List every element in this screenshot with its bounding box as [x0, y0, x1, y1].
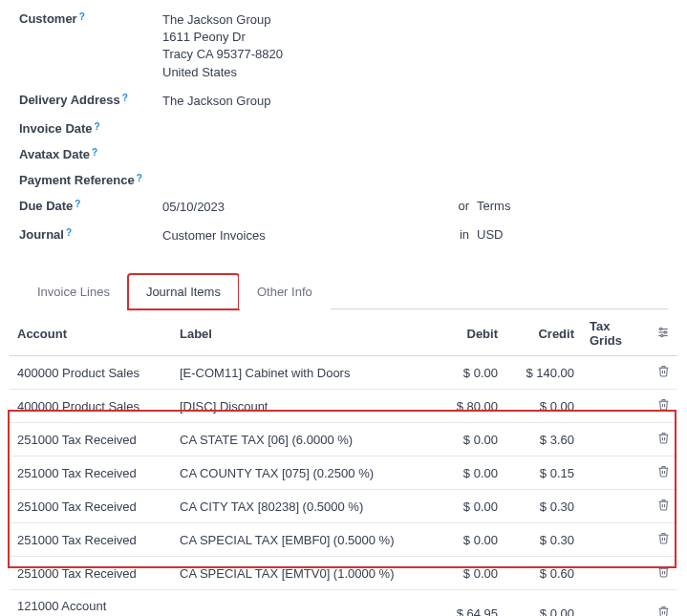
cell-debit[interactable]: $ 0.00 — [429, 356, 505, 390]
svg-point-5 — [661, 334, 663, 336]
table-row[interactable]: 121000 Account Receivable $ 64.95 $ 0.00 — [10, 590, 677, 616]
cell-debit[interactable]: $ 80.00 — [429, 390, 505, 423]
cell-tax-grids[interactable] — [582, 457, 649, 490]
cell-label[interactable]: CA STATE TAX [06] (6.0000 %) — [172, 423, 429, 457]
due-date-label: Due Date? — [19, 199, 162, 216]
cell-debit[interactable]: $ 0.00 — [429, 457, 505, 490]
customer-name: The Jackson Group — [162, 11, 283, 29]
cell-credit[interactable]: $ 0.30 — [505, 523, 582, 557]
table-row[interactable]: 400000 Product Sales [DISC] Discount $ 8… — [10, 390, 677, 423]
trash-icon[interactable] — [657, 465, 670, 478]
delivery-label: Delivery Address? — [19, 93, 162, 107]
cell-label[interactable]: CA SPECIAL TAX [EMBF0] (0.5000 %) — [172, 523, 429, 557]
settings-icon[interactable] — [656, 326, 670, 339]
row-payment-reference: Payment Reference? — [19, 167, 668, 193]
due-date-value[interactable]: 05/10/2023 — [162, 199, 225, 216]
cell-account[interactable]: 400000 Product Sales — [10, 356, 172, 390]
cell-debit[interactable]: $ 0.00 — [429, 490, 505, 523]
delivery-value[interactable]: The Jackson Group — [162, 93, 270, 110]
cell-credit[interactable]: $ 140.00 — [505, 356, 582, 390]
table-row[interactable]: 251000 Tax Received CA SPECIAL TAX [EMTV… — [10, 557, 677, 590]
help-icon[interactable]: ? — [66, 227, 72, 238]
col-tax-grids[interactable]: Tax Grids — [582, 309, 649, 356]
invoice-date-label: Invoice Date? — [19, 121, 162, 136]
cell-account[interactable]: 251000 Tax Received — [10, 490, 172, 523]
table-row[interactable]: 251000 Tax Received CA STATE TAX [06] (6… — [10, 423, 677, 457]
cell-account[interactable]: 251000 Tax Received — [10, 457, 172, 490]
cell-tax-grids[interactable] — [582, 590, 649, 616]
cell-tax-grids[interactable] — [582, 490, 649, 523]
cell-account[interactable]: 251000 Tax Received — [10, 557, 172, 590]
due-date-terms[interactable]: Terms — [477, 199, 668, 213]
cell-debit[interactable]: $ 64.95 — [429, 590, 505, 616]
table-row[interactable]: 251000 Tax Received CA SPECIAL TAX [EMBF… — [10, 523, 677, 557]
journal-value[interactable]: Customer Invoices — [162, 227, 266, 244]
help-icon[interactable]: ? — [92, 147, 97, 158]
cell-credit[interactable]: $ 0.30 — [505, 490, 582, 523]
tab-journal-items[interactable]: Journal Items — [128, 274, 239, 309]
journal-in: in — [448, 227, 477, 242]
cell-tax-grids[interactable] — [582, 557, 649, 590]
tab-other-info[interactable]: Other Info — [239, 274, 331, 309]
table-header-row: Account Label Debit Credit Tax Grids — [10, 309, 677, 356]
journal-currency[interactable]: USD — [477, 227, 668, 242]
trash-icon[interactable] — [657, 532, 670, 544]
cell-label[interactable] — [172, 590, 429, 616]
trash-icon[interactable] — [657, 365, 670, 377]
customer-addr1: 1611 Peony Dr — [162, 29, 283, 46]
cell-tax-grids[interactable] — [582, 523, 649, 557]
row-avatax-date: Avatax Date? — [19, 141, 668, 167]
col-debit[interactable]: Debit — [429, 309, 505, 356]
tab-invoice-lines[interactable]: Invoice Lines — [19, 274, 128, 309]
cell-account[interactable]: 121000 Account Receivable — [10, 590, 172, 616]
customer-addr2: Tracy CA 95377-8820 — [162, 46, 283, 63]
row-delivery: Delivery Address? The Jackson Group — [19, 87, 668, 116]
cell-debit[interactable]: $ 0.00 — [429, 557, 505, 590]
table-row[interactable]: 251000 Tax Received CA COUNTY TAX [075] … — [10, 457, 677, 490]
cell-credit[interactable]: $ 0.00 — [505, 390, 582, 423]
journal-label: Journal? — [19, 227, 162, 244]
cell-debit[interactable]: $ 0.00 — [429, 423, 505, 457]
help-icon[interactable]: ? — [137, 173, 142, 183]
cell-credit[interactable]: $ 0.00 — [505, 590, 582, 616]
cell-tax-grids[interactable] — [582, 356, 649, 390]
col-label[interactable]: Label — [172, 309, 429, 356]
row-invoice-date: Invoice Date? — [19, 116, 668, 141]
trash-icon[interactable] — [657, 432, 670, 444]
col-account[interactable]: Account — [10, 309, 172, 356]
cell-credit[interactable]: $ 0.15 — [505, 457, 582, 490]
table-row[interactable]: 400000 Product Sales [E-COM11] Cabinet w… — [10, 356, 677, 390]
col-credit[interactable]: Credit — [505, 309, 582, 356]
table-row[interactable]: 251000 Tax Received CA CITY TAX [80238] … — [10, 490, 677, 523]
row-journal: Journal? Customer Invoices in USD — [19, 222, 668, 250]
row-customer: Customer? The Jackson Group 1611 Peony D… — [19, 6, 668, 87]
help-icon[interactable]: ? — [79, 11, 85, 22]
cell-credit[interactable]: $ 0.60 — [505, 557, 582, 590]
customer-label: Customer? — [19, 11, 162, 26]
cell-tax-grids[interactable] — [582, 390, 649, 423]
cell-account[interactable]: 251000 Tax Received — [10, 523, 172, 557]
row-due-date: Due Date? 05/10/2023 or Terms — [19, 193, 668, 222]
cell-label[interactable]: [DISC] Discount — [172, 390, 429, 423]
journal-items-table-wrap: Account Label Debit Credit Tax Grids 400… — [0, 309, 687, 616]
cell-label[interactable]: [E-COM11] Cabinet with Doors — [172, 356, 429, 390]
cell-tax-grids[interactable] — [582, 423, 649, 457]
avatax-date-label: Avatax Date? — [19, 147, 162, 161]
help-icon[interactable]: ? — [95, 121, 100, 132]
cell-label[interactable]: CA SPECIAL TAX [EMTV0] (1.0000 %) — [172, 557, 429, 590]
cell-debit[interactable]: $ 0.00 — [429, 523, 505, 557]
cell-credit[interactable]: $ 3.60 — [505, 423, 582, 457]
trash-icon[interactable] — [657, 565, 670, 578]
trash-icon[interactable] — [657, 605, 670, 616]
customer-value[interactable]: The Jackson Group 1611 Peony Dr Tracy CA… — [162, 11, 283, 81]
cell-label[interactable]: CA CITY TAX [80238] (0.5000 %) — [172, 490, 429, 523]
help-icon[interactable]: ? — [75, 199, 80, 209]
cell-account[interactable]: 251000 Tax Received — [10, 423, 172, 457]
trash-icon[interactable] — [657, 499, 670, 511]
col-settings[interactable] — [649, 309, 677, 356]
cell-account[interactable]: 400000 Product Sales — [10, 390, 172, 423]
cell-label[interactable]: CA COUNTY TAX [075] (0.2500 %) — [172, 457, 429, 490]
trash-icon[interactable] — [657, 398, 670, 411]
svg-point-3 — [660, 328, 662, 329]
help-icon[interactable]: ? — [122, 93, 128, 103]
